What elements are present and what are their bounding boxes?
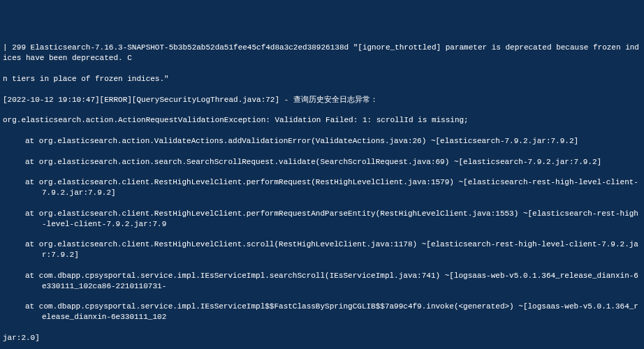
stack-frame: at org.elasticsearch.action.search.Searc… [3,157,641,168]
stack-frame: at org.elasticsearch.client.RestHighLeve… [3,209,641,230]
stack-frame: at org.elasticsearch.action.ValidateActi… [3,136,641,147]
log-line: | 299 Elasticsearch-7.16.3-SNAPSHOT-5b3b… [3,43,641,64]
log-line: n tiers in place of frozen indices." [3,74,641,84]
log-line-continuation: jar:2.0] [3,333,641,343]
stack-frame: at org.elasticsearch.client.RestHighLeve… [3,177,641,198]
log-error-header: [2022-10-12 19:10:47][ERROR][QuerySecuri… [3,95,641,105]
stack-frame: at org.elasticsearch.client.RestHighLeve… [3,239,641,260]
stack-frame: at com.dbapp.cpsysportal.service.impl.IE… [3,302,641,322]
exception-message: org.elasticsearch.action.ActionRequestVa… [3,115,641,126]
stack-frame: at com.dbapp.cpsysportal.service.impl.IE… [3,271,641,292]
